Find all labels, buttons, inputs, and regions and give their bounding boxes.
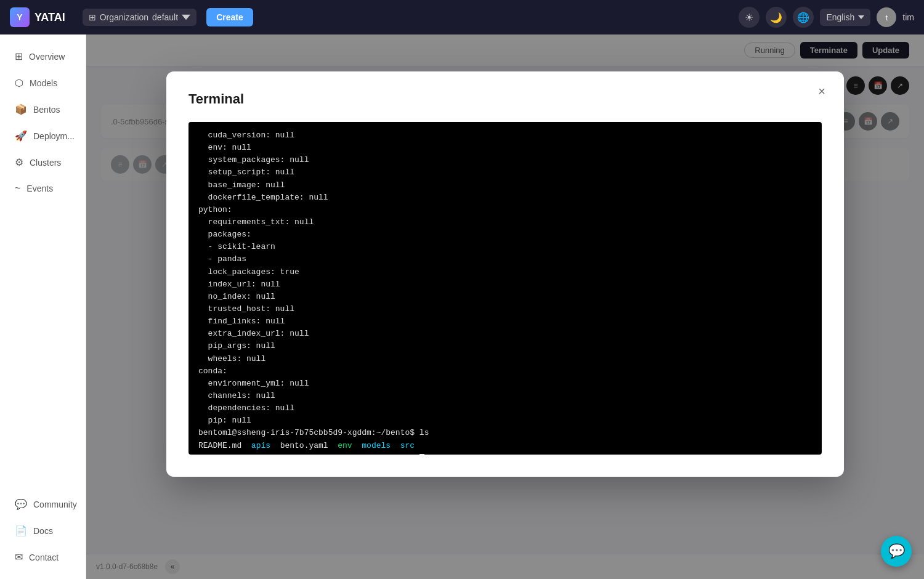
sidebar-item-overview[interactable]: ⊞ Overview bbox=[5, 44, 81, 68]
sidebar-item-events-label: Events bbox=[26, 184, 53, 193]
modal-title: Terminal bbox=[188, 91, 822, 107]
sidebar-item-contact-label: Contact bbox=[29, 553, 59, 562]
org-value: default bbox=[152, 12, 178, 22]
events-icon: ~ bbox=[15, 183, 20, 194]
topnav: Y YATAI ⊞ Organization default Create ☀ … bbox=[0, 0, 924, 34]
logo-icon: Y bbox=[10, 7, 30, 27]
layout: ⊞ Overview ⬡ Models 📦 Bentos 🚀 Deploym..… bbox=[0, 34, 924, 579]
user-initials: t bbox=[886, 13, 888, 22]
logo-text: YATAI bbox=[34, 11, 65, 24]
sidebar-item-community-label: Community bbox=[33, 500, 77, 509]
sidebar-item-bentos-label: Bentos bbox=[33, 105, 60, 115]
org-label: Organization bbox=[100, 12, 148, 22]
sidebar-item-models[interactable]: ⬡ Models bbox=[5, 71, 81, 95]
sidebar-item-events[interactable]: ~ Events bbox=[5, 177, 81, 200]
sidebar-item-docs[interactable]: 📄 Docs bbox=[5, 519, 81, 543]
clusters-icon: ⚙ bbox=[15, 156, 23, 168]
docs-icon: 📄 bbox=[15, 525, 27, 536]
topnav-icons: ☀ 🌙 🌐 English t tim bbox=[739, 7, 914, 28]
terminal-modal: × Terminal cuda_version: null env: null … bbox=[166, 71, 844, 477]
sidebar-item-contact[interactable]: ✉ Contact bbox=[5, 545, 81, 569]
sidebar-item-overview-label: Overview bbox=[29, 52, 65, 62]
terminal[interactable]: cuda_version: null env: null system_pack… bbox=[188, 122, 822, 455]
chevron-down-icon bbox=[182, 13, 190, 22]
overview-icon: ⊞ bbox=[15, 51, 23, 62]
sidebar-item-deployments[interactable]: 🚀 Deploym... bbox=[5, 124, 81, 148]
org-icon: ⊞ bbox=[89, 12, 96, 22]
main-content: Running Terminate Update peration ≡ 📅 ↗ … bbox=[86, 34, 924, 579]
language-selector[interactable]: English bbox=[820, 9, 870, 26]
deployments-icon: 🚀 bbox=[15, 130, 27, 142]
language-label: English bbox=[826, 12, 854, 22]
logo[interactable]: Y YATAI bbox=[10, 7, 65, 27]
contact-icon: ✉ bbox=[15, 551, 23, 563]
theme-light-icon[interactable]: ☀ bbox=[739, 7, 760, 28]
theme-dark-icon[interactable]: 🌙 bbox=[766, 7, 787, 28]
modal-close-button[interactable]: × bbox=[812, 81, 832, 101]
sidebar-item-community[interactable]: 💬 Community bbox=[5, 492, 81, 516]
sidebar-bottom: 💬 Community 📄 Docs ✉ Contact bbox=[0, 492, 86, 569]
bentos-icon: 📦 bbox=[15, 103, 27, 115]
sidebar-item-deployments-label: Deploym... bbox=[33, 131, 75, 141]
globe-icon[interactable]: 🌐 bbox=[793, 7, 814, 28]
sidebar-item-docs-label: Docs bbox=[33, 526, 53, 536]
user-avatar[interactable]: t bbox=[877, 7, 896, 27]
user-name: tim bbox=[902, 12, 914, 22]
sidebar-item-clusters[interactable]: ⚙ Clusters bbox=[5, 150, 81, 174]
chat-fab-button[interactable]: 💬 bbox=[881, 536, 912, 567]
sidebar-item-models-label: Models bbox=[30, 78, 57, 88]
community-icon: 💬 bbox=[15, 498, 27, 510]
modal-overlay: × Terminal cuda_version: null env: null … bbox=[86, 34, 924, 579]
sidebar-item-bentos[interactable]: 📦 Bentos bbox=[5, 97, 81, 121]
sidebar: ⊞ Overview ⬡ Models 📦 Bentos 🚀 Deploym..… bbox=[0, 34, 86, 579]
org-selector[interactable]: ⊞ Organization default bbox=[83, 9, 197, 26]
create-button[interactable]: Create bbox=[206, 8, 253, 26]
models-icon: ⬡ bbox=[15, 77, 23, 89]
lang-chevron-icon bbox=[858, 15, 864, 19]
sidebar-item-clusters-label: Clusters bbox=[30, 158, 61, 168]
